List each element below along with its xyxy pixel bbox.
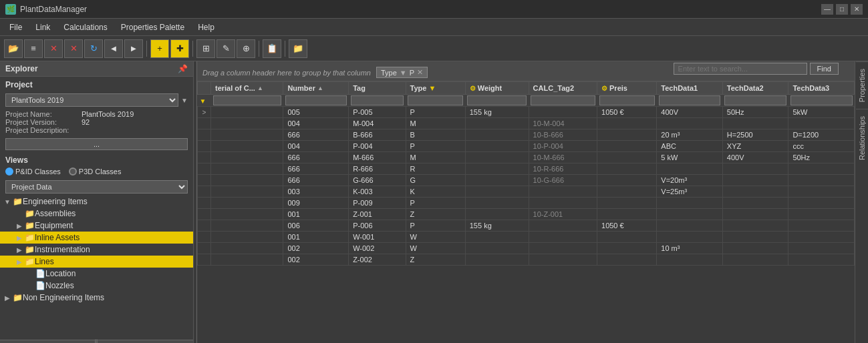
tab-relationships[interactable]: Relationships bbox=[856, 109, 868, 167]
col-type-label: Type bbox=[410, 84, 427, 92]
tab-properties[interactable]: Properties bbox=[856, 61, 868, 109]
search-input[interactable] bbox=[674, 63, 807, 75]
menu-link[interactable]: Link bbox=[29, 21, 57, 34]
toolbar-back-button[interactable]: ◄ bbox=[104, 39, 123, 58]
col-techdata3-header[interactable]: TechData3 bbox=[788, 82, 855, 95]
table-row[interactable]: 666 M-666 M 10-M-666 5 kW 400V 50Hz bbox=[198, 152, 855, 163]
toolbar-add-button[interactable]: + bbox=[150, 39, 169, 58]
toolbar-forward-button[interactable]: ► bbox=[124, 39, 143, 58]
project-data-dropdown[interactable]: Project Data bbox=[5, 180, 188, 194]
col-tag-header[interactable]: Tag bbox=[349, 82, 406, 95]
col-material-header[interactable]: terial of C... ▲ bbox=[211, 82, 283, 95]
bottom-splitter[interactable]: ⠿ bbox=[0, 340, 193, 343]
toolbar-copy-button[interactable]: 📋 bbox=[263, 39, 281, 58]
table-row[interactable]: 666 G-666 G 10-G-666 V=20m³ bbox=[198, 175, 855, 186]
menu-properties-palette[interactable]: Properties Palette bbox=[114, 21, 191, 34]
cell-techdata1: 5 kW bbox=[657, 152, 723, 163]
cell-techdata2: 50Hz bbox=[722, 107, 788, 118]
toolbar-add2-button[interactable]: ✚ bbox=[170, 39, 189, 58]
toolbar-refresh-button[interactable]: ↻ bbox=[84, 39, 103, 58]
filter-calctag2-input[interactable] bbox=[531, 95, 595, 105]
col-techdata1-header[interactable]: TechData1 bbox=[657, 82, 723, 95]
filter-techdata3-input[interactable] bbox=[790, 95, 853, 105]
toolbar-remove-button[interactable]: ✕ bbox=[64, 39, 83, 58]
tree-item-equipment[interactable]: ▶ 📁 Equipment bbox=[0, 220, 193, 232]
cell-techdata3 bbox=[788, 198, 855, 209]
data-table: terial of C... ▲ Number ▲ bbox=[197, 81, 855, 266]
table-row[interactable]: 004 M-004 M 10-M-004 bbox=[198, 118, 855, 129]
toolbar-edit-button[interactable]: ✎ bbox=[216, 39, 235, 58]
close-button[interactable]: ✕ bbox=[851, 4, 863, 15]
filter-material-input[interactable] bbox=[213, 95, 281, 105]
menu-file[interactable]: File bbox=[3, 21, 29, 34]
col-techdata2-header[interactable]: TechData2 bbox=[722, 82, 788, 95]
filter-techdata1-input[interactable] bbox=[659, 95, 721, 105]
cell-material bbox=[211, 186, 283, 198]
toolbar-list-button[interactable]: ≡ bbox=[24, 39, 43, 58]
table-row[interactable]: 002 W-002 W 10 m³ bbox=[198, 243, 855, 254]
tree-item-inline-assets[interactable]: ▶ 📁 Inline Assets bbox=[0, 232, 193, 244]
toolbar-folder-button[interactable]: 📁 bbox=[289, 39, 307, 58]
tree-item-non-engineering-items[interactable]: ▶ 📁 Non Engineering Items bbox=[0, 292, 193, 304]
col-number-header[interactable]: Number ▲ bbox=[283, 82, 349, 95]
views-section: Views P&ID Classes P3D Classes bbox=[0, 153, 193, 178]
cell-techdata2: 400V bbox=[722, 152, 788, 163]
table-row[interactable]: 006 P-006 P 155 kg 1050 € bbox=[198, 220, 855, 232]
filter-tag-input[interactable] bbox=[351, 95, 404, 105]
desc-btn[interactable]: ... bbox=[5, 138, 188, 150]
tree-item-instrumentation[interactable]: ▶ 📁 Instrumentation bbox=[0, 244, 193, 256]
menu-help[interactable]: Help bbox=[191, 21, 221, 34]
cell-weight bbox=[465, 152, 529, 163]
filter-type-icon: ▼ bbox=[428, 84, 436, 92]
cell-preis bbox=[597, 198, 657, 209]
col-weight-header[interactable]: ⚙ Weight bbox=[465, 82, 529, 95]
table-row[interactable]: 001 W-001 W bbox=[198, 232, 855, 243]
app-icon: 🌿 bbox=[5, 4, 16, 15]
tree-item-location[interactable]: 📄 Location bbox=[0, 268, 193, 280]
col-preis-header[interactable]: ⚙ Preis bbox=[597, 82, 657, 95]
table-row[interactable]: 002 Z-002 Z bbox=[198, 254, 855, 266]
toolbar-special-button[interactable]: ⊕ bbox=[237, 39, 255, 58]
tree-item-lines[interactable]: ▶ 📁 Lines bbox=[0, 256, 193, 268]
toolbar-open-button[interactable]: 📂 bbox=[4, 39, 23, 58]
filter-weight-input[interactable] bbox=[467, 95, 527, 105]
explorer-pin-icon[interactable]: 📌 bbox=[178, 64, 188, 73]
project-select[interactable]: PlantTools 2019 bbox=[5, 93, 178, 107]
maximize-button[interactable]: □ bbox=[836, 4, 848, 15]
cell-preis bbox=[597, 209, 657, 220]
tree-label-nozzles: Nozzles bbox=[45, 281, 193, 290]
table-container[interactable]: terial of C... ▲ Number ▲ bbox=[197, 81, 855, 343]
tree-item-nozzles[interactable]: 📄 Nozzles bbox=[0, 280, 193, 292]
filter-techdata2-input[interactable] bbox=[724, 95, 786, 105]
col-type-header[interactable]: Type ▼ bbox=[406, 82, 465, 95]
cell-material bbox=[211, 175, 283, 186]
table-row[interactable]: > 005 P-005 P 155 kg 1050 € 400V 50Hz 5k… bbox=[198, 107, 855, 118]
table-row[interactable]: 004 P-004 P 10-P-004 ABC XYZ ccc bbox=[198, 141, 855, 152]
titlebar: 🌿 PlantDataManager — □ ✕ bbox=[0, 0, 868, 19]
cell-techdata3 bbox=[788, 175, 855, 186]
table-row[interactable]: 003 K-003 K V=25m³ bbox=[198, 186, 855, 198]
filter-close-icon[interactable]: ✕ bbox=[417, 68, 423, 77]
table-row[interactable]: 666 B-666 B 10-B-666 20 m³ H=2500 D=1200 bbox=[198, 129, 855, 141]
table-row[interactable]: 666 R-666 R 10-R-666 bbox=[198, 163, 855, 175]
menu-calculations[interactable]: Calculations bbox=[57, 21, 114, 34]
table-row[interactable]: 001 Z-001 Z 10-Z-001 bbox=[198, 209, 855, 220]
minimize-button[interactable]: — bbox=[821, 4, 833, 15]
view-pid-classes[interactable]: P&ID Classes bbox=[5, 167, 61, 176]
toolbar-delete-button[interactable]: ✕ bbox=[44, 39, 63, 58]
view-p3d-classes[interactable]: P3D Classes bbox=[69, 167, 122, 176]
tree-item-assemblies[interactable]: 📁 Assemblies bbox=[0, 208, 193, 220]
cell-expand bbox=[198, 186, 211, 198]
filter-preis-input[interactable] bbox=[599, 95, 655, 105]
col-calctag2-header[interactable]: CALC_Tag2 bbox=[529, 82, 597, 95]
tree-item-engineering-items[interactable]: ▼ 📁 Engineering Items bbox=[0, 196, 193, 208]
cell-number: 666 bbox=[283, 175, 349, 186]
col-techdata2-label: TechData2 bbox=[727, 84, 764, 92]
filter-number-input[interactable] bbox=[285, 95, 347, 105]
filter-type-input[interactable] bbox=[408, 95, 463, 105]
cell-preis: 1050 € bbox=[597, 220, 657, 232]
toolbar-grid-button[interactable]: ⊞ bbox=[196, 39, 215, 58]
find-button[interactable]: Find bbox=[810, 63, 839, 75]
table-row[interactable]: 009 P-009 P bbox=[198, 198, 855, 209]
cell-preis bbox=[597, 254, 657, 266]
